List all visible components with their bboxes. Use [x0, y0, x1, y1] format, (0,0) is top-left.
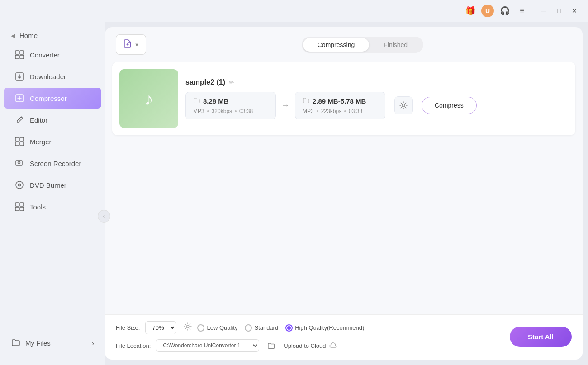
file-settings-button[interactable]	[394, 96, 413, 114]
dvd-burner-label: DVD Burner	[30, 181, 66, 189]
quality-low[interactable]: Low Quality	[197, 324, 237, 332]
svg-point-12	[16, 181, 23, 189]
home-back-arrow: ◀	[11, 33, 15, 39]
quality-settings-icon[interactable]	[184, 322, 192, 333]
svg-rect-15	[20, 203, 24, 206]
sidebar-item-dvd-burner[interactable]: DVD Burner	[4, 175, 101, 195]
sidebar-item-compressor[interactable]: Compressor	[4, 88, 101, 109]
svg-rect-8	[15, 142, 19, 146]
source-file-size: 8.28 MB	[203, 97, 229, 105]
file-name: sample2 (1)	[185, 78, 225, 86]
file-location-label: File Location:	[116, 342, 151, 349]
file-thumbnail: ♪	[119, 69, 178, 128]
source-file-meta: MP3 320kbps 03:38	[193, 108, 268, 114]
svg-point-18	[402, 104, 405, 107]
editor-label: Editor	[30, 116, 47, 124]
add-file-button[interactable]: ▼	[116, 34, 146, 55]
quality-low-radio[interactable]	[197, 324, 204, 332]
sidebar-item-my-files[interactable]: My Files ›	[4, 332, 101, 354]
svg-rect-7	[20, 137, 24, 141]
file-location-select[interactable]: C:\Wondershare UniConverter 1	[156, 339, 259, 352]
downloader-icon	[14, 71, 24, 81]
file-list: ♪ sample2 (1) ✏	[105, 62, 583, 314]
tools-label: Tools	[30, 203, 46, 211]
my-files-icon	[11, 337, 21, 349]
svg-rect-9	[20, 142, 24, 146]
quality-high-radio[interactable]	[285, 324, 293, 332]
bottom-row-quality: File Size: 50% 60% 70% 80% 90%	[116, 321, 504, 334]
tab-compressing[interactable]: Compressing	[303, 38, 369, 52]
screen-recorder-icon	[14, 158, 24, 168]
sidebar: ◀ Home Converter Download	[0, 22, 105, 365]
editor-icon	[14, 115, 24, 125]
sidebar-item-tools[interactable]: Tools	[4, 196, 101, 217]
sidebar-item-converter[interactable]: Converter	[4, 44, 101, 65]
user-icon[interactable]: U	[481, 5, 494, 17]
file-size-select[interactable]: 50% 60% 70% 80% 90%	[145, 321, 176, 334]
edit-filename-icon[interactable]: ✏	[229, 79, 234, 86]
svg-point-19	[186, 325, 189, 328]
source-duration: 03:38	[239, 108, 253, 114]
cloud-icon	[329, 341, 338, 350]
compress-button[interactable]: Compress	[422, 97, 477, 114]
sidebar-item-editor[interactable]: Editor	[4, 109, 101, 130]
my-files-arrow: ›	[92, 339, 94, 347]
topbar: ▼ Compressing Finished	[105, 27, 583, 62]
gift-icon[interactable]: 🎁	[464, 5, 477, 17]
target-format: MP3	[303, 108, 314, 114]
source-file-box: 8.28 MB MP3 320kbps 03:38	[185, 92, 276, 119]
target-file-size: 2.89 MB-5.78 MB	[313, 97, 366, 105]
quality-standard-radio[interactable]	[245, 324, 252, 332]
file-card: ♪ sample2 (1) ✏	[112, 62, 575, 135]
collapse-sidebar-button[interactable]: ‹	[98, 210, 110, 223]
svg-rect-10	[16, 161, 22, 165]
browse-folder-button[interactable]	[265, 339, 278, 352]
maximize-button[interactable]: □	[553, 5, 565, 17]
start-all-button[interactable]: Start All	[510, 327, 572, 347]
minimize-button[interactable]: ─	[537, 5, 550, 17]
target-duration: 03:38	[349, 108, 362, 114]
quality-options: Low Quality Standard High Quality(Recomm…	[197, 324, 364, 332]
quality-high[interactable]: High Quality(Recommend)	[285, 324, 364, 332]
compressor-label: Compressor	[30, 95, 67, 102]
sidebar-item-merger[interactable]: Merger	[4, 131, 101, 152]
svg-point-11	[18, 162, 20, 164]
app-body: ◀ Home Converter Download	[0, 22, 588, 365]
tools-icon	[14, 202, 24, 212]
quality-standard-label: Standard	[254, 324, 278, 331]
target-folder-icon	[303, 97, 310, 105]
menu-icon[interactable]: ≡	[516, 5, 528, 17]
svg-rect-17	[20, 207, 24, 211]
headset-icon[interactable]: 🎧	[498, 5, 511, 17]
home-label: Home	[19, 32, 38, 39]
svg-rect-2	[15, 55, 19, 59]
sidebar-item-downloader[interactable]: Downloader	[4, 66, 101, 87]
compression-arrow-icon: →	[281, 101, 289, 110]
bottom-row-location: File Location: C:\Wondershare UniConvert…	[116, 339, 504, 352]
sidebar-item-screen-recorder[interactable]: Screen Recorder	[4, 153, 101, 174]
quality-high-label: High Quality(Recommend)	[295, 324, 364, 331]
converter-icon	[14, 50, 24, 60]
tab-finished[interactable]: Finished	[369, 38, 422, 52]
sidebar-item-home[interactable]: ◀ Home	[0, 27, 105, 44]
source-folder-icon	[193, 97, 200, 105]
close-button[interactable]: ✕	[568, 5, 581, 17]
upload-cloud-label: Upload to Cloud	[284, 342, 326, 349]
file-size-label: File Size:	[116, 324, 140, 331]
svg-rect-3	[20, 55, 24, 59]
file-info: sample2 (1) ✏	[185, 78, 568, 119]
add-dropdown-arrow[interactable]: ▼	[134, 42, 139, 47]
source-format: MP3	[193, 108, 204, 114]
svg-rect-6	[15, 137, 19, 141]
target-file-meta: MP3 223kbps 03:38	[303, 108, 378, 114]
compression-row: 8.28 MB MP3 320kbps 03:38 →	[185, 92, 568, 119]
compressor-icon	[14, 93, 24, 103]
svg-rect-14	[15, 203, 19, 206]
titlebar: 🎁 U 🎧 ≡ ─ □ ✕	[0, 0, 588, 22]
downloader-label: Downloader	[30, 73, 66, 81]
quality-standard[interactable]: Standard	[245, 324, 278, 332]
dvd-burner-icon	[14, 180, 24, 190]
upload-to-cloud-button[interactable]: Upload to Cloud	[284, 341, 337, 350]
my-files-label: My Files	[25, 339, 51, 347]
tab-switcher: Compressing Finished	[302, 37, 423, 53]
